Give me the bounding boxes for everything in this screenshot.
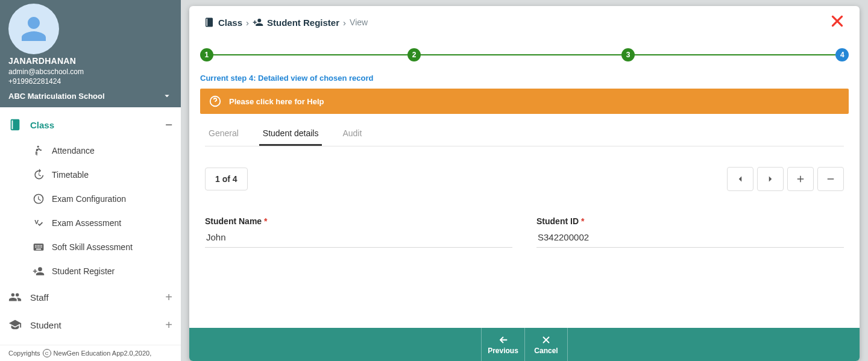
chevron-left-icon: [735, 174, 746, 184]
button-label: Cancel: [534, 347, 558, 355]
sidebar-item-exam-configuration[interactable]: Exam Configuration: [33, 187, 181, 211]
close-icon: [829, 13, 845, 29]
tab-general[interactable]: General: [205, 128, 242, 146]
minus-icon: [825, 174, 836, 184]
arrow-left-icon: [498, 334, 509, 345]
expand-icon: +: [165, 291, 172, 303]
copyright-icon: C: [43, 349, 51, 357]
plus-icon: [795, 174, 806, 184]
class-submenu: Attendance Timetable Exam Configuration …: [0, 139, 181, 283]
pager-buttons: [727, 167, 844, 191]
sidebar-item-label: Exam Assessment: [52, 218, 121, 228]
tabs: General Student details Audit: [205, 128, 844, 146]
walk-icon: [33, 145, 45, 157]
step-line: [417, 54, 624, 55]
form-grid: Student Name * John Student ID * S342200…: [205, 216, 844, 248]
label-text: Student Name: [205, 216, 262, 226]
field-student-id: Student ID * S342200002: [536, 216, 844, 248]
copyright-prefix: Copyrights: [8, 350, 40, 357]
graduation-cap-icon: [8, 318, 22, 331]
button-label: Previous: [488, 347, 518, 355]
sidebar-item-label: Class: [30, 120, 54, 130]
help-text: Please click here for Help: [229, 97, 324, 106]
person-add-icon: [33, 265, 45, 277]
step-caption: Current step 4: Detailed view of chosen …: [200, 74, 849, 83]
clock-icon: [33, 193, 45, 205]
required-mark: *: [581, 216, 584, 226]
sidebar-item-label: Staff: [30, 292, 49, 303]
field-label: Student Name *: [205, 216, 512, 226]
stepper: 1 2 3 4: [200, 48, 849, 61]
nav: Class − Attendance Timetable Exam Config…: [0, 107, 181, 345]
pager-position: 1 of 4: [205, 168, 248, 190]
chevron-down-icon: [162, 90, 172, 101]
card-header: Class › Student Register › View: [189, 6, 860, 36]
main: Class › Student Register › View 1 2 3: [181, 0, 868, 361]
help-icon: [209, 95, 222, 108]
pager-add-button[interactable]: [787, 167, 814, 191]
sidebar-item-student-register[interactable]: Student Register: [33, 259, 181, 283]
close-button[interactable]: [829, 13, 845, 31]
user-email: admin@abcschool.com: [8, 67, 84, 77]
pager-remove-button[interactable]: [817, 167, 844, 191]
pager-next-button[interactable]: [757, 167, 784, 191]
pager-prev-button[interactable]: [727, 167, 753, 191]
sidebar-item-student[interactable]: Student +: [0, 311, 181, 339]
user-school: ABC Matriculation School: [8, 92, 105, 101]
sidebar-item-label: Exam Configuration: [52, 194, 126, 204]
sidebar-header: JANARDHANAN admin@abcschool.com +9199622…: [0, 0, 181, 107]
group-icon: [8, 290, 22, 304]
sidebar-item-label: Student: [30, 320, 61, 330]
expand-icon: +: [165, 319, 172, 331]
content-card: Class › Student Register › View 1 2 3: [189, 6, 860, 361]
step-line: [207, 54, 414, 55]
label-text: Student ID: [536, 216, 579, 226]
pager-row: 1 of 4: [205, 167, 844, 191]
user-name: JANARDHANAN: [8, 55, 84, 67]
step-3[interactable]: 3: [621, 48, 635, 61]
sidebar-item-exam-assessment[interactable]: Exam Assessment: [33, 211, 181, 235]
previous-button[interactable]: Previous: [481, 328, 524, 361]
sidebar-item-class[interactable]: Class −: [0, 111, 181, 139]
book-icon: [204, 17, 215, 28]
collapse-icon: −: [165, 119, 172, 131]
keyboard-icon: [33, 241, 45, 253]
history-icon: [33, 169, 45, 181]
tab-student-details[interactable]: Student details: [259, 128, 322, 146]
breadcrumb: Class › Student Register › View: [204, 17, 368, 28]
breadcrumb-module[interactable]: Student Register: [267, 17, 339, 28]
cancel-button[interactable]: Cancel: [524, 328, 568, 361]
sidebar-item-label: Soft Skill Assessment: [52, 242, 133, 252]
person-add-icon: [253, 17, 263, 28]
person-icon: [19, 14, 48, 43]
user-phone: +919962281424: [8, 77, 84, 86]
tab-audit[interactable]: Audit: [339, 128, 365, 146]
step-2[interactable]: 2: [407, 48, 421, 61]
book-icon: [8, 118, 22, 131]
breadcrumb-sep: ›: [246, 17, 249, 28]
sidebar-item-soft-skill-assessment[interactable]: Soft Skill Assessment: [33, 235, 181, 259]
help-bar[interactable]: Please click here for Help: [200, 89, 849, 114]
sidebar-item-attendance[interactable]: Attendance: [33, 139, 181, 163]
sidebar: JANARDHANAN admin@abcschool.com +9199622…: [0, 0, 181, 361]
step-1[interactable]: 1: [200, 48, 213, 61]
breadcrumb-root[interactable]: Class: [218, 17, 242, 28]
copyright-text: NewGen Education App2.0,2020,: [54, 350, 152, 357]
breadcrumb-leaf: View: [350, 17, 368, 27]
chevron-right-icon: [765, 174, 776, 184]
user-info: JANARDHANAN admin@abcschool.com +9199622…: [8, 55, 84, 86]
field-value: S342200002: [536, 232, 844, 248]
avatar[interactable]: [8, 4, 59, 54]
school-selector[interactable]: ABC Matriculation School: [8, 90, 172, 101]
sidebar-item-label: Attendance: [52, 146, 95, 155]
step-4[interactable]: 4: [835, 48, 849, 61]
required-mark: *: [264, 216, 267, 226]
step-line: [628, 54, 835, 55]
sidebar-item-timetable[interactable]: Timetable: [33, 163, 181, 187]
sidebar-item-staff[interactable]: Staff +: [0, 283, 181, 311]
sidebar-item-label: Timetable: [52, 170, 89, 180]
action-bar: Previous Cancel: [189, 328, 860, 361]
sidebar-item-label: Student Register: [52, 266, 115, 276]
breadcrumb-sep: ›: [343, 17, 346, 28]
close-icon: [541, 334, 552, 345]
